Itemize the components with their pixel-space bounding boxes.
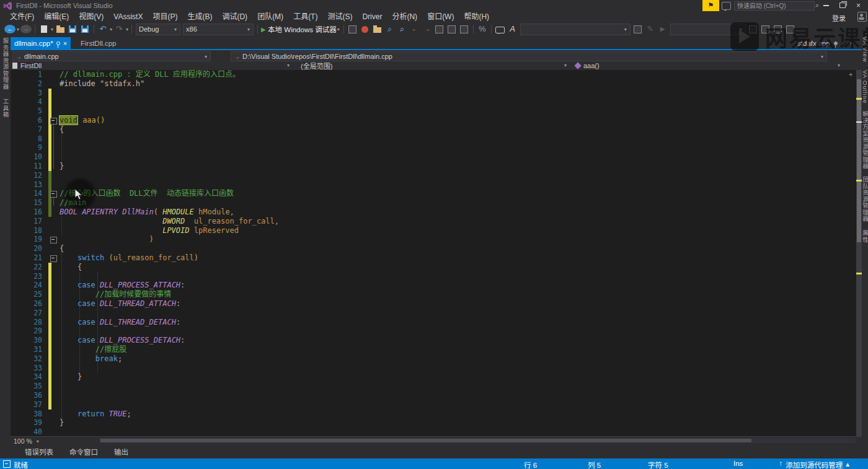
notification-flag-button[interactable]: ⚑ — [702, 0, 719, 11]
panel-tab-命令窗口[interactable]: 命令窗口 — [69, 447, 98, 457]
va-refactor-menu-icon[interactable]: % — [477, 24, 488, 35]
code-line: 39} — [11, 418, 856, 427]
save-all-icon[interactable] — [81, 25, 89, 33]
menu-item-窗口(W)[interactable]: 窗口(W) — [422, 11, 459, 22]
background-task-icon — [3, 460, 11, 468]
va-nav-forward-icon[interactable]: → — [422, 24, 433, 35]
menu-item-视图(V)[interactable]: 视图(V) — [74, 11, 108, 22]
va-find-references-icon[interactable]: ⌕ — [397, 24, 408, 35]
solution-configuration-select[interactable]: Debug▾ — [136, 24, 180, 35]
fold-toggle[interactable] — [50, 191, 57, 198]
project-dropdown[interactable]: FirstDll ▾ — [12, 61, 290, 70]
code-editor[interactable]: 1// dllmain.cpp : 定义 DLL 应用程序的入口点。2#incl… — [11, 70, 856, 436]
va-find-symbol-icon[interactable]: ⌕ — [384, 24, 396, 35]
comment-bubble-icon[interactable] — [495, 27, 505, 33]
close-icon[interactable]: × — [63, 40, 67, 47]
chevron-down-icon: ▾ — [838, 63, 840, 68]
menu-item-Driver[interactable]: Driver — [357, 11, 387, 22]
pin-icon[interactable] — [56, 42, 60, 45]
va-snippet-icon[interactable] — [435, 25, 443, 33]
menu-item-分析(N)[interactable]: 分析(N) — [387, 11, 422, 22]
scope-dropdown[interactable]: (全局范围) ▾ — [301, 61, 567, 70]
code-line: 16BOOL APIENTRY DllMain( HMODULE hModule… — [11, 208, 856, 217]
feedback-icon[interactable] — [722, 2, 731, 10]
new-file-icon[interactable] — [41, 25, 47, 33]
navigate-backward-button[interactable]: ← — [4, 25, 16, 33]
undo-icon[interactable]: ↶ — [97, 24, 108, 35]
code-line: 1// dllmain.cpp : 定义 DLL 应用程序的入口点。 — [11, 70, 856, 79]
minimize-button[interactable] — [823, 5, 829, 6]
left-strip-tab-工具箱[interactable]: 工具箱 — [1, 99, 10, 118]
chevron-down-icon[interactable]: ▾ — [110, 27, 112, 32]
line-number: 1 — [11, 70, 42, 79]
run-disabled-icon[interactable]: ▶ — [657, 24, 668, 35]
chevron-down-icon[interactable]: ▾ — [51, 27, 53, 32]
file-dropdown[interactable]: → dllmain.cpp ▾ — [12, 51, 211, 61]
right-tool-strip: VA ViewVA Outline解决方案资源管理器团队资源管理器属性 — [862, 35, 868, 460]
panel-tab-输出[interactable]: 输出 — [114, 447, 128, 457]
chevron-down-icon[interactable]: ▾ — [17, 27, 19, 32]
menu-item-VAssistX[interactable]: VAssistX — [108, 11, 148, 22]
tab-dllmain-cpp[interactable]: dllmain.cpp* × — [11, 37, 71, 49]
va-spell-check-icon[interactable] — [448, 25, 456, 33]
chevron-down-icon[interactable]: ▾ — [126, 27, 128, 32]
va-refactor-icon[interactable] — [361, 26, 368, 33]
toolbar-search-combo[interactable]: ▾ — [520, 24, 631, 35]
member-dropdown[interactable]: aaa() ▾ — [575, 61, 841, 70]
vertical-scrollbar-thumb[interactable] — [857, 79, 861, 242]
add-to-source-control-button[interactable]: ↑ 添加到源代码管理 ▴ — [779, 460, 849, 469]
fold-toggle[interactable] — [50, 118, 57, 125]
va-nav-back-icon[interactable]: ← — [409, 24, 420, 35]
menu-item-工具(T)[interactable]: 工具(T) — [288, 11, 322, 22]
menu-item-生成(B)[interactable]: 生成(B) — [182, 11, 217, 22]
token-kw: case — [78, 299, 95, 308]
va-paste-icon[interactable] — [460, 25, 468, 33]
splitter-icon[interactable]: + — [849, 71, 852, 78]
menu-item-编辑(E)[interactable]: 编辑(E) — [39, 11, 74, 22]
menu-item-帮助(H)[interactable]: 帮助(H) — [459, 11, 494, 22]
va-logo-icon[interactable]: A — [507, 24, 518, 35]
quick-launch-input[interactable]: 快速启动 (Ctrl+Q) — [734, 1, 815, 11]
fold-toggle[interactable] — [50, 237, 57, 243]
right-strip-tab-VA Outline[interactable]: VA Outline — [862, 70, 868, 103]
code-line: 5 — [11, 107, 856, 116]
open-file-icon[interactable] — [56, 27, 64, 33]
close-button[interactable]: × — [856, 1, 861, 10]
va-open-file-in-solution-icon[interactable] — [373, 27, 381, 33]
fold-toggle[interactable] — [50, 255, 57, 262]
menu-item-文件(F)[interactable]: 文件(F) — [5, 11, 39, 22]
token-pln — [60, 263, 78, 271]
line-number: 2 — [11, 79, 42, 89]
restore-button[interactable] — [839, 2, 846, 8]
left-strip-tab-服务器资源管理器[interactable]: 服务器资源管理器 — [1, 38, 10, 90]
search-icon[interactable]: ⌕ — [815, 1, 819, 9]
zoom-select[interactable]: 100 % ▾ — [14, 437, 40, 445]
code-line: 28 case DLL_THREAD_DETACH: — [11, 318, 856, 327]
code-text: case DLL_THREAD_ATTACH: — [60, 299, 180, 309]
play-icon: ▶ — [261, 26, 266, 33]
netease-logo-icon — [730, 22, 759, 51]
horizontal-scrollbar-thumb[interactable] — [100, 439, 751, 442]
code-text: } — [60, 162, 64, 171]
line-number: 13 — [11, 180, 42, 190]
token-pln — [104, 410, 108, 418]
edit-pencil-icon[interactable]: ✎ — [645, 24, 656, 35]
line-number: 36 — [11, 391, 42, 400]
watermark-text: 网易云课堂 — [765, 20, 868, 53]
start-debugging-button[interactable]: ▶ 本地 Windows 调试器 ▾ — [261, 24, 340, 35]
token-pln — [60, 345, 95, 354]
line-number: 34 — [11, 372, 42, 382]
panel-tab-错误列表[interactable]: 错误列表 — [25, 447, 53, 457]
class-view-icon[interactable] — [634, 25, 642, 33]
redo-icon[interactable]: ↷ — [113, 24, 125, 35]
tab-firstdll-cpp[interactable]: FirstDll.cpp — [76, 37, 122, 49]
navigate-forward-button[interactable]: → — [20, 25, 32, 33]
menu-item-测试(S)[interactable]: 测试(S) — [322, 11, 357, 22]
save-icon[interactable] — [69, 25, 76, 33]
line-number: 37 — [11, 400, 42, 410]
menu-item-团队(M)[interactable]: 团队(M) — [252, 11, 288, 22]
menu-item-项目(P)[interactable]: 项目(P) — [148, 11, 182, 22]
attach-process-icon[interactable] — [348, 25, 356, 33]
menu-item-调试(D)[interactable]: 调试(D) — [217, 11, 252, 22]
solution-platform-select[interactable]: x86▾ — [183, 24, 254, 35]
